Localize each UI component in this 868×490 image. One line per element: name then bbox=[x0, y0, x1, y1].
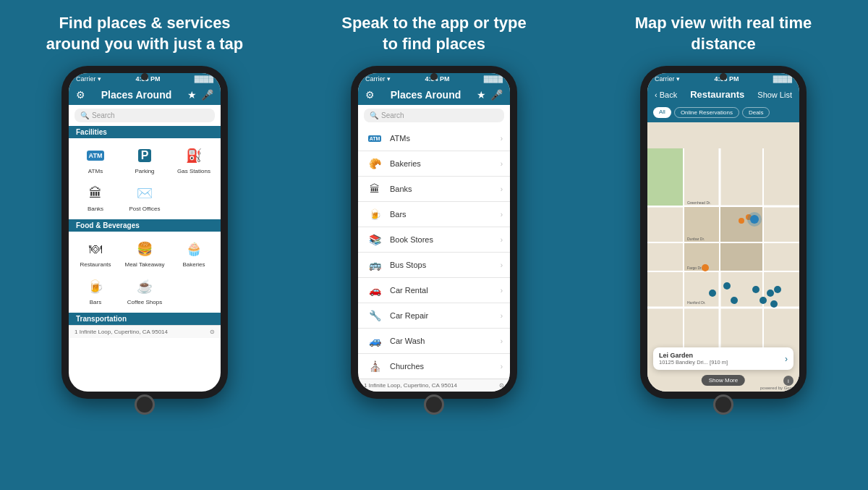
popup-chevron-icon[interactable]: › bbox=[785, 354, 788, 364]
google-credit: powered by Google bbox=[760, 386, 798, 390]
svg-point-19 bbox=[723, 282, 731, 290]
grid-item-coffee[interactable]: ☕ Coffee Shops bbox=[121, 273, 169, 309]
facilities-header: Facilities bbox=[69, 126, 221, 138]
mic-icon-2[interactable]: 🎤 bbox=[490, 89, 503, 101]
svg-point-20 bbox=[752, 286, 760, 293]
show-list-button[interactable]: Show List bbox=[757, 90, 792, 99]
banks-list-label: Banks bbox=[390, 185, 501, 193]
filter-deals[interactable]: Deals bbox=[742, 107, 770, 118]
filter-bar: All Online Reservations Deals bbox=[647, 104, 799, 122]
bars-list-label: Bars bbox=[390, 210, 501, 219]
carwash-list-icon: 🚙 bbox=[365, 334, 384, 348]
takeaway-label: Meal Takeaway bbox=[125, 261, 165, 268]
search-bar-2[interactable]: 🔍 Search bbox=[364, 109, 504, 122]
list-item-carrental[interactable]: 🚗 Car Rental › bbox=[358, 278, 510, 303]
bars-list-icon: 🍺 bbox=[365, 207, 384, 221]
filter-all[interactable]: All bbox=[653, 107, 671, 118]
list-item-carrepair[interactable]: 🔧 Car Repair › bbox=[358, 303, 510, 329]
grid-item-parking[interactable]: P Parking bbox=[121, 142, 169, 178]
list-item-bakeries[interactable]: 🥐 Bakeries › bbox=[358, 151, 510, 177]
svg-text:Dunbar Dr.: Dunbar Dr. bbox=[687, 237, 705, 241]
star-icon-2[interactable]: ★ bbox=[477, 89, 486, 101]
grid-item-gas[interactable]: ⛽ Gas Stations bbox=[170, 142, 218, 178]
gas-label: Gas Stations bbox=[177, 168, 210, 174]
svg-point-25 bbox=[702, 264, 709, 271]
location-icon-1[interactable]: ⊙ bbox=[210, 329, 215, 335]
mic-icon[interactable]: 🎤 bbox=[201, 89, 213, 101]
chevron-banks: › bbox=[501, 185, 503, 193]
phone-2-home-btn[interactable] bbox=[424, 394, 444, 415]
carrental-list-label: Car Rental bbox=[390, 286, 501, 295]
chevron-busstops: › bbox=[501, 261, 503, 269]
panel-3: Map view with real time distance Carrier… bbox=[586, 0, 861, 490]
list-item-carwash[interactable]: 🚙 Car Wash › bbox=[358, 329, 510, 354]
search-placeholder-1: Search bbox=[92, 111, 115, 119]
bakeries-list-label: Bakeries bbox=[390, 159, 501, 168]
gas-icon: ⛽ bbox=[181, 145, 207, 166]
panel-3-title: Map view with real time distance bbox=[622, 13, 825, 54]
gear-icon[interactable]: ⚙ bbox=[76, 89, 85, 101]
star-icon[interactable]: ★ bbox=[187, 89, 197, 101]
bar-icon: 🍺 bbox=[82, 276, 109, 297]
banks-list-icon: 🏛 bbox=[365, 182, 384, 196]
bakeries-label: Bakeries bbox=[182, 261, 205, 268]
category-list: ATM ATMs › 🥐 Bakeries › 🏛 Banks › bbox=[358, 126, 510, 379]
filter-online-res[interactable]: Online Reservations bbox=[674, 107, 739, 118]
map-popup[interactable]: Lei Garden 10125 Bandley Dri... [910 m] … bbox=[653, 347, 793, 370]
map-title: Restaurants bbox=[690, 89, 744, 100]
location-icon-2[interactable]: ⊙ bbox=[499, 382, 504, 389]
grid-item-bakeries[interactable]: 🧁 Bakeries bbox=[170, 235, 218, 271]
phone-3-home-btn[interactable] bbox=[713, 394, 733, 415]
phone-3-camera bbox=[720, 73, 727, 80]
grid-item-atm[interactable]: ATM ATMs bbox=[72, 142, 119, 178]
list-item-banks[interactable]: 🏛 Banks › bbox=[358, 177, 510, 202]
coffee-label: Coffee Shops bbox=[127, 299, 162, 305]
chevron-atms: › bbox=[501, 135, 503, 143]
list-item-busstops[interactable]: 🚌 Bus Stops › bbox=[358, 253, 510, 278]
popup-title: Lei Garden bbox=[659, 352, 728, 359]
atms-list-icon: ATM bbox=[365, 131, 384, 145]
status-carrier-2: Carrier ▾ bbox=[365, 75, 391, 83]
bars-label: Bars bbox=[90, 299, 101, 305]
svg-point-17 bbox=[709, 290, 716, 297]
search-bar-1[interactable]: 🔍 Search bbox=[75, 109, 215, 122]
svg-text:Greenhead Dr.: Greenhead Dr. bbox=[687, 200, 711, 205]
show-more-button[interactable]: Show More bbox=[702, 375, 745, 386]
parking-label: Parking bbox=[135, 168, 154, 174]
chevron-carrepair: › bbox=[501, 312, 503, 320]
back-button[interactable]: ‹ Back bbox=[655, 90, 677, 99]
food-header: Food & Beverages bbox=[69, 219, 221, 232]
phone-1-camera bbox=[141, 73, 148, 80]
list-item-bookstores[interactable]: 📚 Book Stores › bbox=[358, 227, 510, 253]
atm-label: ATMs bbox=[88, 168, 103, 174]
phone-2: Carrier ▾ 4:34 PM ▓▓▓▓ ⚙ Places Around ★… bbox=[351, 66, 517, 399]
grid-item-bars[interactable]: 🍺 Bars bbox=[72, 273, 119, 309]
bookstores-list-icon: 📚 bbox=[365, 232, 384, 247]
map-view[interactable]: Greenhead Dr. Dunbar Dr. Fargo Dr. Hanfo… bbox=[647, 122, 799, 392]
chevron-bookstores: › bbox=[501, 236, 503, 244]
svg-point-21 bbox=[760, 297, 767, 304]
gear-icon-2[interactable]: ⚙ bbox=[365, 89, 375, 101]
grid-item-banks[interactable]: 🏛 Banks bbox=[72, 179, 119, 216]
phone-1-screen: Carrier ▾ 4:33 PM ▓▓▓▓ ⚙ Places Around ★… bbox=[69, 73, 221, 392]
svg-point-16 bbox=[750, 215, 759, 224]
list-item-bars[interactable]: 🍺 Bars › bbox=[358, 202, 510, 227]
banks-label: Banks bbox=[88, 206, 103, 212]
busstops-list-icon: 🚌 bbox=[365, 258, 384, 272]
list-item-atms[interactable]: ATM ATMs › bbox=[358, 126, 510, 151]
status-battery: ▓▓▓▓ bbox=[195, 75, 213, 83]
list-item-churches[interactable]: ⛪ Churches › bbox=[358, 354, 510, 379]
grid-item-restaurants[interactable]: 🍽 Restaurants bbox=[72, 235, 119, 271]
phone-1-footer: 1 Infinite Loop, Cupertino, CA 95014 ⊙ bbox=[69, 325, 221, 338]
phone-2-camera bbox=[430, 73, 438, 80]
grid-item-postoffice[interactable]: ✉️ Post Offices bbox=[121, 179, 169, 216]
busstops-list-label: Bus Stops bbox=[390, 261, 501, 269]
grid-item-takeaway[interactable]: 🍔 Meal Takeaway bbox=[121, 235, 169, 271]
panel-2-title: Speak to the app or type to find places bbox=[333, 13, 535, 54]
phone-1-home-btn[interactable] bbox=[135, 394, 155, 415]
phone-3: Carrier ▾ 4:56 PM ▓▓▓▓ ‹ Back Restaurant… bbox=[640, 66, 807, 399]
phone-2-wrapper: Carrier ▾ 4:34 PM ▓▓▓▓ ⚙ Places Around ★… bbox=[351, 66, 517, 399]
popup-info: Lei Garden 10125 Bandley Dri... [910 m] bbox=[659, 352, 728, 366]
svg-rect-12 bbox=[647, 148, 683, 206]
search-placeholder-2: Search bbox=[381, 111, 404, 119]
